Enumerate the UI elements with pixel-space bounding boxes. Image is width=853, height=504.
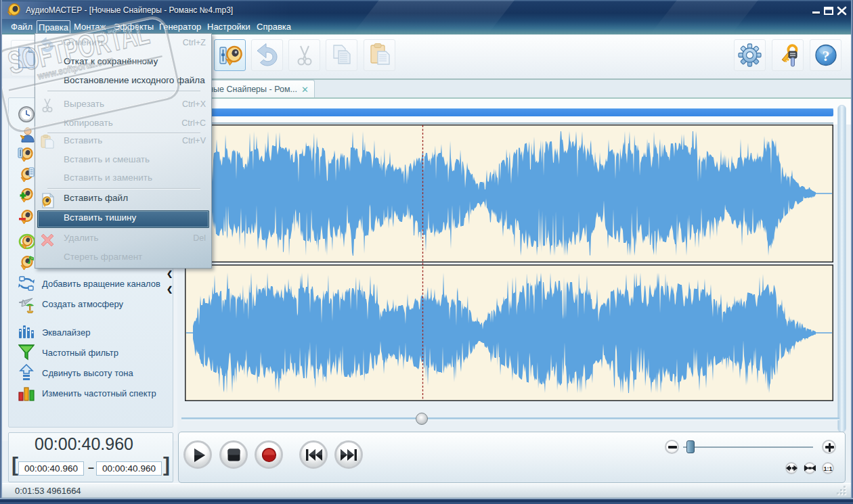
svg-text:1:1: 1:1 [823,465,832,472]
svg-text:?: ? [823,47,830,64]
